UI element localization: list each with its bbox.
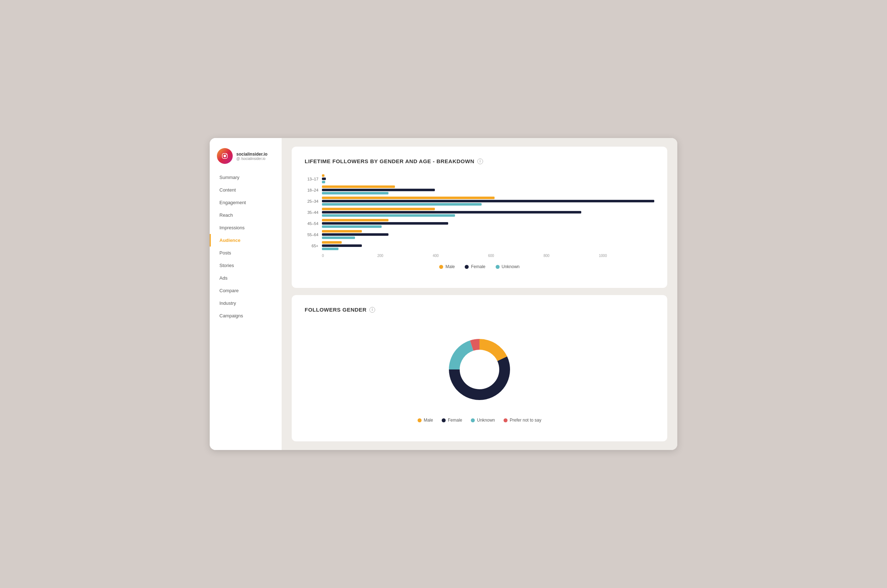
legend-dot-female (442, 418, 446, 422)
brand-section: socialinsider.io @ /socialinsider.io (210, 145, 282, 171)
sidebar-item-campaigns[interactable]: Campaigns (210, 309, 282, 322)
legend-male-dot (439, 265, 443, 269)
age-label: 18–24 (305, 188, 322, 192)
donut-segment-male (480, 339, 507, 361)
main-content: LIFETIME FOLLOWERS BY GENDER AND AGE - B… (282, 138, 677, 450)
sidebar-item-compare[interactable]: Compare (210, 284, 282, 297)
legend-label-female: Female (448, 418, 462, 423)
x-tick: 400 (433, 254, 488, 258)
brand-info: socialinsider.io @ /socialinsider.io (236, 152, 268, 160)
sidebar-item-stories[interactable]: Stories (210, 259, 282, 272)
bar-unknown (322, 225, 382, 228)
age-label: 25–34 (305, 199, 322, 203)
bar-chart-container: 13–17 18–24 25–34 35–44 (305, 174, 654, 276)
bar-unknown (322, 203, 482, 206)
bar-chart-card: LIFETIME FOLLOWERS BY GENDER AND AGE - B… (292, 147, 667, 288)
sidebar-item-content[interactable]: Content (210, 184, 282, 196)
bar-chart-legend: Male Female Unknown (305, 264, 654, 269)
bar-female (322, 233, 388, 236)
bar-male (322, 186, 395, 188)
bar-unknown (322, 181, 325, 183)
bar-unknown (322, 248, 338, 250)
bar-female (322, 222, 448, 225)
chart-row: 55–64 (305, 230, 654, 239)
bars-group (322, 241, 654, 250)
sidebar-item-engagement[interactable]: Engagement (210, 196, 282, 209)
bar-female (322, 177, 326, 180)
age-label: 13–17 (305, 177, 322, 181)
legend-label-prefer-not: Prefer not to say (510, 418, 541, 423)
legend-dot-unknown (471, 418, 475, 422)
age-label: 55–64 (305, 232, 322, 237)
legend-unknown: Unknown (496, 264, 520, 269)
bar-female (322, 244, 362, 247)
bar-chart: 13–17 18–24 25–34 35–44 (305, 174, 654, 250)
legend-female-label: Female (471, 264, 485, 269)
sidebar-item-posts[interactable]: Posts (210, 246, 282, 259)
x-tick: 200 (377, 254, 433, 258)
chart-row: 18–24 (305, 186, 654, 195)
bar-male (322, 208, 435, 210)
bars-group (322, 186, 654, 195)
x-tick: 600 (488, 254, 544, 258)
bar-female (322, 189, 435, 191)
x-tick: 1000 (599, 254, 654, 258)
bar-chart-title: LIFETIME FOLLOWERS BY GENDER AND AGE - B… (305, 158, 654, 164)
bar-female (322, 200, 654, 202)
chart-row: 13–17 (305, 174, 654, 183)
age-label: 45–54 (305, 221, 322, 226)
donut-chart (440, 330, 519, 409)
brand-logo (217, 148, 233, 164)
legend-prefer-not: Prefer not to say (504, 418, 541, 423)
legend-female: Female (442, 418, 462, 423)
x-tick: 0 (322, 254, 377, 258)
app-container: socialinsider.io @ /socialinsider.io Sum… (210, 138, 677, 450)
legend-label-male: Male (424, 418, 433, 423)
sidebar-item-audience[interactable]: Audience (210, 234, 282, 246)
bar-male (322, 219, 388, 221)
donut-chart-info-icon[interactable]: i (370, 307, 375, 313)
bar-chart-info-icon[interactable]: i (477, 159, 483, 164)
brand-name: socialinsider.io (236, 152, 268, 157)
sidebar-nav: Summary Content Engagement Reach Impress… (210, 171, 282, 322)
bars-group (322, 208, 654, 217)
legend-male: Male (439, 264, 455, 269)
brand-handle: @ /socialinsider.io (236, 157, 268, 160)
donut-chart-title: FOLLOWERS GENDER i (305, 307, 654, 313)
legend-label-unknown: Unknown (477, 418, 495, 423)
legend-unknown-label: Unknown (502, 264, 520, 269)
bar-male (322, 230, 362, 232)
sidebar-item-reach[interactable]: Reach (210, 209, 282, 221)
chart-row: 35–44 (305, 208, 654, 217)
sidebar-item-industry[interactable]: Industry (210, 297, 282, 309)
donut-section: Male Female Unknown Prefer not to say (305, 323, 654, 430)
age-label: 35–44 (305, 210, 322, 214)
bar-unknown (322, 237, 355, 239)
donut-legend: Male Female Unknown Prefer not to say (418, 418, 541, 423)
x-axis: 02004006008001000 (305, 254, 654, 258)
bars-group (322, 230, 654, 239)
bar-male (322, 196, 495, 199)
chart-row: 25–34 (305, 196, 654, 206)
bar-female (322, 211, 581, 213)
legend-female: Female (465, 264, 485, 269)
legend-male: Male (418, 418, 433, 423)
age-label: 65+ (305, 244, 322, 248)
bar-male (322, 174, 325, 177)
sidebar-item-ads[interactable]: Ads (210, 272, 282, 284)
bars-group (322, 219, 654, 228)
bar-male (322, 241, 342, 244)
sidebar-item-summary[interactable]: Summary (210, 171, 282, 184)
bars-group (322, 174, 654, 183)
legend-dot-prefer-not (504, 418, 508, 422)
legend-unknown: Unknown (471, 418, 495, 423)
bar-unknown (322, 192, 388, 195)
sidebar-item-impressions[interactable]: Impressions (210, 221, 282, 234)
legend-female-dot (465, 265, 469, 269)
svg-point-1 (226, 154, 227, 154)
legend-male-label: Male (445, 264, 455, 269)
donut-segment-unknown (449, 340, 474, 369)
chart-row: 45–54 (305, 219, 654, 228)
x-tick: 800 (544, 254, 599, 258)
legend-dot-male (418, 418, 422, 422)
